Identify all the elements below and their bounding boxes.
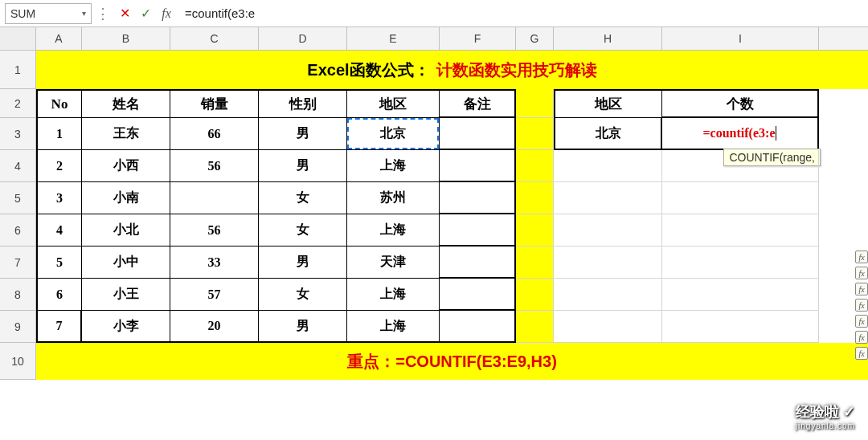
- cell-A4[interactable]: 2: [36, 150, 82, 182]
- cell-F5[interactable]: [440, 182, 516, 214]
- fx-icon[interactable]: fx: [855, 283, 868, 295]
- row-header-3[interactable]: 3: [0, 118, 36, 150]
- cell-D8[interactable]: 女: [259, 279, 347, 311]
- cell-G4[interactable]: [516, 150, 554, 182]
- fx-icon[interactable]: fx: [855, 347, 868, 360]
- cell-F7[interactable]: [440, 246, 516, 279]
- cell-C7[interactable]: 33: [170, 246, 259, 279]
- fx-icon[interactable]: fx: [855, 267, 868, 279]
- cell-D7[interactable]: 男: [259, 246, 347, 279]
- header-name[interactable]: 姓名: [82, 89, 170, 118]
- cell-F4[interactable]: [440, 150, 516, 182]
- cell-B6[interactable]: 小北: [82, 214, 170, 246]
- cell-B4[interactable]: 小西: [82, 150, 170, 182]
- row-header-5[interactable]: 5: [0, 182, 36, 214]
- cell-A3[interactable]: 1: [36, 118, 82, 150]
- row-header-2[interactable]: 2: [0, 89, 36, 118]
- cell-E3[interactable]: 北京: [347, 118, 440, 150]
- cell-A7[interactable]: 5: [36, 246, 82, 279]
- cell-D6[interactable]: 女: [259, 214, 347, 246]
- cell-I8[interactable]: [662, 279, 819, 311]
- cell-C3[interactable]: 66: [170, 118, 259, 150]
- fx-icon[interactable]: fx: [855, 251, 868, 263]
- cell-G8[interactable]: [516, 279, 554, 311]
- name-box[interactable]: SUM ▾: [5, 3, 92, 24]
- cell-I6[interactable]: [662, 214, 819, 246]
- cell-G6[interactable]: [516, 214, 554, 246]
- cell-A5[interactable]: 3: [36, 182, 82, 214]
- cell-G9[interactable]: [516, 311, 554, 343]
- header-region2[interactable]: 地区: [554, 89, 662, 118]
- cell-F9[interactable]: [440, 311, 516, 343]
- cell-I7[interactable]: [662, 246, 819, 279]
- row-header-4[interactable]: 4: [0, 150, 36, 182]
- cell-B3[interactable]: 王东: [82, 118, 170, 150]
- row-header-7[interactable]: 7: [0, 246, 36, 279]
- row-header-10[interactable]: 10: [0, 343, 36, 380]
- fx-icon[interactable]: fx: [855, 331, 868, 344]
- cell-E6[interactable]: 上海: [347, 214, 440, 246]
- cell-D3[interactable]: 男: [259, 118, 347, 150]
- header-qty[interactable]: 销量: [170, 89, 259, 118]
- col-header-C[interactable]: C: [170, 27, 259, 50]
- row-header-6[interactable]: 6: [0, 214, 36, 246]
- cell-E4[interactable]: 上海: [347, 150, 440, 182]
- cell-H4[interactable]: [554, 150, 662, 182]
- row-header-8[interactable]: 8: [0, 279, 36, 311]
- cell-I4[interactable]: [662, 150, 819, 182]
- bottom-note[interactable]: 重点： =COUNTIF(E3:E9,H3): [36, 343, 868, 380]
- cell-E7[interactable]: 天津: [347, 246, 440, 279]
- enter-button[interactable]: ✓: [135, 3, 156, 24]
- title-cell[interactable]: Excel函数公式： 计数函数实用技巧解读: [36, 51, 868, 89]
- fx-icon[interactable]: fx: [855, 299, 868, 312]
- cell-C4[interactable]: 56: [170, 150, 259, 182]
- header-region[interactable]: 地区: [347, 89, 440, 118]
- cell-H8[interactable]: [554, 279, 662, 311]
- col-header-D[interactable]: D: [259, 27, 347, 50]
- header-count[interactable]: 个数: [662, 89, 819, 118]
- row-header-1[interactable]: 1: [0, 51, 36, 89]
- select-all-corner[interactable]: [0, 27, 36, 50]
- cell-H7[interactable]: [554, 246, 662, 279]
- col-header-F[interactable]: F: [440, 27, 516, 50]
- cell-C5[interactable]: [170, 182, 259, 214]
- cell-A8[interactable]: 6: [36, 279, 82, 311]
- cell-D4[interactable]: 男: [259, 150, 347, 182]
- cell-B5[interactable]: 小南: [82, 182, 170, 214]
- cell-G7[interactable]: [516, 246, 554, 279]
- cell-C9[interactable]: 20: [170, 311, 259, 343]
- header-gender[interactable]: 性别: [259, 89, 347, 118]
- cell-H5[interactable]: [554, 182, 662, 214]
- cell-B8[interactable]: 小王: [82, 279, 170, 311]
- cell-E9[interactable]: 上海: [347, 311, 440, 343]
- cell-G2[interactable]: [516, 89, 554, 118]
- fx-icon[interactable]: fx: [855, 315, 868, 328]
- cell-F8[interactable]: [440, 279, 516, 311]
- header-note[interactable]: 备注: [440, 89, 516, 118]
- cell-I3-editing[interactable]: =countif(e3:e COUNTIF(range,: [662, 118, 819, 150]
- header-no[interactable]: No: [36, 89, 82, 118]
- cell-I5[interactable]: [662, 182, 819, 214]
- cell-G5[interactable]: [516, 182, 554, 214]
- cell-H9[interactable]: [554, 311, 662, 343]
- cell-F3[interactable]: [440, 118, 516, 150]
- cell-D5[interactable]: 女: [259, 182, 347, 214]
- cell-E5[interactable]: 苏州: [347, 182, 440, 214]
- cell-H3[interactable]: 北京: [554, 118, 662, 150]
- col-header-E[interactable]: E: [347, 27, 440, 50]
- cell-B9[interactable]: 小李: [82, 311, 170, 343]
- chevron-down-icon[interactable]: ▾: [82, 9, 86, 18]
- cell-I9[interactable]: [662, 311, 819, 343]
- col-header-I[interactable]: I: [662, 27, 819, 50]
- cell-C6[interactable]: 56: [170, 214, 259, 246]
- cancel-button[interactable]: ✕: [114, 3, 135, 24]
- formula-input[interactable]: =countif(e3:e: [177, 3, 863, 24]
- col-header-B[interactable]: B: [82, 27, 170, 50]
- cell-F6[interactable]: [440, 214, 516, 246]
- col-header-H[interactable]: H: [554, 27, 662, 50]
- col-header-G[interactable]: G: [516, 27, 554, 50]
- cell-E8[interactable]: 上海: [347, 279, 440, 311]
- col-header-A[interactable]: A: [36, 27, 82, 50]
- cell-G3[interactable]: [516, 118, 554, 150]
- row-header-9[interactable]: 9: [0, 311, 36, 343]
